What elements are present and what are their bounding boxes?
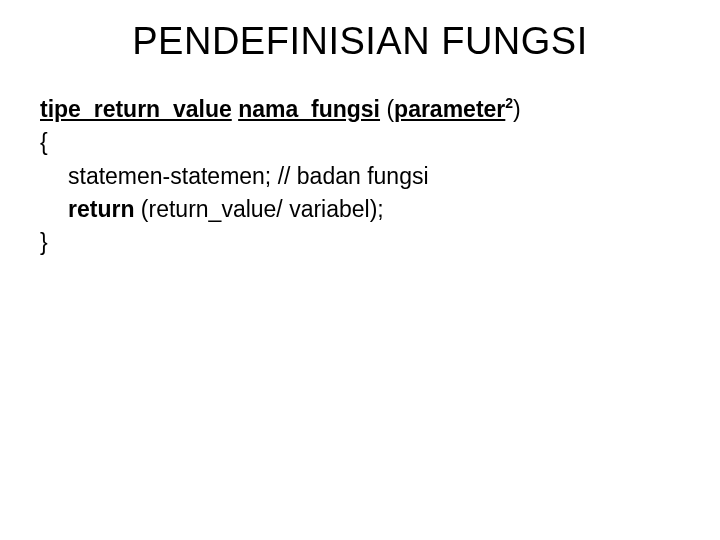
function-name: nama_fungsi [238,96,380,122]
paren-open: ( [386,96,394,122]
syntax-block: tipe_return_value nama_fungsi (parameter… [40,93,680,260]
return-type: tipe_return_value [40,96,232,122]
return-rest: (return_value/ variabel); [134,196,383,222]
slide-title: PENDEFINISIAN FUNGSI [40,20,680,63]
brace-close-line: } [40,226,680,259]
statements-line: statemen-statemen; // badan fungsi [40,160,680,193]
return-keyword: return [68,196,134,222]
parameter-superscript: 2 [505,95,513,111]
syntax-signature-line: tipe_return_value nama_fungsi (parameter… [40,93,680,126]
parameter-word: parameter [394,96,505,122]
return-line: return (return_value/ variabel); [40,193,680,226]
brace-open-line: { [40,126,680,159]
slide: PENDEFINISIAN FUNGSI tipe_return_value n… [0,0,720,540]
paren-close: ) [513,96,521,122]
